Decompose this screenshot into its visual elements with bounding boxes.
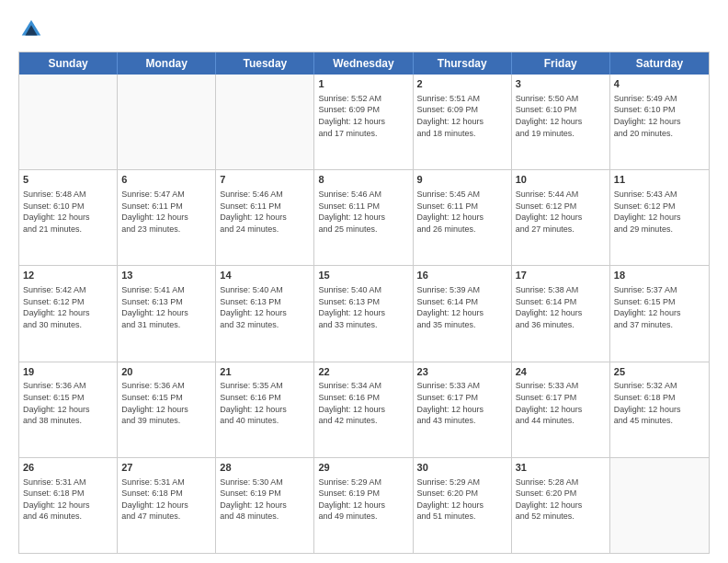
day-number: 26 <box>23 461 113 475</box>
day-number: 31 <box>516 461 606 475</box>
day-number: 8 <box>318 173 408 187</box>
day-info: Sunrise: 5:52 AM Sunset: 6:09 PM Dayligh… <box>318 93 408 139</box>
calendar-body: 1Sunrise: 5:52 AM Sunset: 6:09 PM Daylig… <box>19 75 709 553</box>
day-number: 1 <box>318 77 408 91</box>
week-row-3: 12Sunrise: 5:42 AM Sunset: 6:12 PM Dayli… <box>19 265 709 361</box>
day-number: 27 <box>121 461 211 475</box>
day-number: 19 <box>23 365 113 379</box>
day-header-thursday: Thursday <box>414 52 512 75</box>
day-number: 7 <box>220 173 310 187</box>
day-info: Sunrise: 5:36 AM Sunset: 6:15 PM Dayligh… <box>121 380 211 426</box>
day-cell-11: 11Sunrise: 5:43 AM Sunset: 6:12 PM Dayli… <box>610 170 709 265</box>
week-row-1: 1Sunrise: 5:52 AM Sunset: 6:09 PM Daylig… <box>19 75 709 169</box>
day-number: 25 <box>614 365 705 379</box>
logo <box>18 17 48 42</box>
page: SundayMondayTuesdayWednesdayThursdayFrid… <box>0 0 728 563</box>
day-cell-3: 3Sunrise: 5:50 AM Sunset: 6:10 PM Daylig… <box>512 75 610 169</box>
day-info: Sunrise: 5:40 AM Sunset: 6:13 PM Dayligh… <box>220 284 310 330</box>
day-header-tuesday: Tuesday <box>216 52 314 75</box>
day-number: 22 <box>318 365 408 379</box>
day-header-wednesday: Wednesday <box>314 52 413 75</box>
day-info: Sunrise: 5:37 AM Sunset: 6:15 PM Dayligh… <box>614 284 705 330</box>
day-info: Sunrise: 5:44 AM Sunset: 6:12 PM Dayligh… <box>516 189 606 235</box>
day-number: 28 <box>220 461 310 475</box>
day-cell-27: 27Sunrise: 5:31 AM Sunset: 6:18 PM Dayli… <box>118 458 216 553</box>
empty-cell <box>118 75 216 169</box>
day-cell-24: 24Sunrise: 5:33 AM Sunset: 6:17 PM Dayli… <box>512 362 610 457</box>
day-number: 16 <box>417 269 507 282</box>
day-cell-21: 21Sunrise: 5:35 AM Sunset: 6:16 PM Dayli… <box>216 362 314 457</box>
day-info: Sunrise: 5:50 AM Sunset: 6:10 PM Dayligh… <box>516 93 606 139</box>
day-cell-25: 25Sunrise: 5:32 AM Sunset: 6:18 PM Dayli… <box>610 362 709 457</box>
day-header-friday: Friday <box>512 52 610 75</box>
day-info: Sunrise: 5:43 AM Sunset: 6:12 PM Dayligh… <box>614 189 705 235</box>
day-number: 11 <box>614 173 705 187</box>
day-number: 10 <box>516 173 606 187</box>
day-cell-2: 2Sunrise: 5:51 AM Sunset: 6:09 PM Daylig… <box>414 75 512 169</box>
day-cell-17: 17Sunrise: 5:38 AM Sunset: 6:14 PM Dayli… <box>512 266 610 361</box>
day-cell-5: 5Sunrise: 5:48 AM Sunset: 6:10 PM Daylig… <box>19 170 118 265</box>
day-info: Sunrise: 5:46 AM Sunset: 6:11 PM Dayligh… <box>220 189 310 235</box>
day-cell-10: 10Sunrise: 5:44 AM Sunset: 6:12 PM Dayli… <box>512 170 610 265</box>
day-cell-9: 9Sunrise: 5:45 AM Sunset: 6:11 PM Daylig… <box>414 170 512 265</box>
day-cell-31: 31Sunrise: 5:28 AM Sunset: 6:20 PM Dayli… <box>512 458 610 553</box>
day-number: 14 <box>220 269 310 282</box>
day-info: Sunrise: 5:28 AM Sunset: 6:20 PM Dayligh… <box>516 477 606 523</box>
day-header-monday: Monday <box>118 52 216 75</box>
day-cell-16: 16Sunrise: 5:39 AM Sunset: 6:14 PM Dayli… <box>414 266 512 361</box>
day-info: Sunrise: 5:49 AM Sunset: 6:10 PM Dayligh… <box>614 93 705 139</box>
day-number: 6 <box>121 173 211 187</box>
day-info: Sunrise: 5:29 AM Sunset: 6:20 PM Dayligh… <box>417 477 507 523</box>
day-number: 9 <box>417 173 507 187</box>
day-number: 4 <box>614 77 705 91</box>
day-cell-15: 15Sunrise: 5:40 AM Sunset: 6:13 PM Dayli… <box>314 266 413 361</box>
day-info: Sunrise: 5:30 AM Sunset: 6:19 PM Dayligh… <box>220 477 310 523</box>
day-cell-28: 28Sunrise: 5:30 AM Sunset: 6:19 PM Dayli… <box>216 458 314 553</box>
day-info: Sunrise: 5:31 AM Sunset: 6:18 PM Dayligh… <box>121 477 211 523</box>
day-cell-8: 8Sunrise: 5:46 AM Sunset: 6:11 PM Daylig… <box>314 170 413 265</box>
day-info: Sunrise: 5:29 AM Sunset: 6:19 PM Dayligh… <box>318 477 408 523</box>
day-cell-22: 22Sunrise: 5:34 AM Sunset: 6:16 PM Dayli… <box>314 362 413 457</box>
day-info: Sunrise: 5:42 AM Sunset: 6:12 PM Dayligh… <box>23 284 113 330</box>
day-info: Sunrise: 5:47 AM Sunset: 6:11 PM Dayligh… <box>121 189 211 235</box>
day-cell-20: 20Sunrise: 5:36 AM Sunset: 6:15 PM Dayli… <box>118 362 216 457</box>
day-info: Sunrise: 5:33 AM Sunset: 6:17 PM Dayligh… <box>516 380 606 426</box>
day-cell-26: 26Sunrise: 5:31 AM Sunset: 6:18 PM Dayli… <box>19 458 118 553</box>
day-info: Sunrise: 5:39 AM Sunset: 6:14 PM Dayligh… <box>417 284 507 330</box>
day-number: 29 <box>318 461 408 475</box>
week-row-2: 5Sunrise: 5:48 AM Sunset: 6:10 PM Daylig… <box>19 169 709 265</box>
day-number: 3 <box>516 77 606 91</box>
day-cell-29: 29Sunrise: 5:29 AM Sunset: 6:19 PM Dayli… <box>314 458 413 553</box>
day-cell-19: 19Sunrise: 5:36 AM Sunset: 6:15 PM Dayli… <box>19 362 118 457</box>
day-cell-1: 1Sunrise: 5:52 AM Sunset: 6:09 PM Daylig… <box>314 75 413 169</box>
day-cell-12: 12Sunrise: 5:42 AM Sunset: 6:12 PM Dayli… <box>19 266 118 361</box>
empty-cell <box>19 75 118 169</box>
day-cell-30: 30Sunrise: 5:29 AM Sunset: 6:20 PM Dayli… <box>414 458 512 553</box>
day-cell-23: 23Sunrise: 5:33 AM Sunset: 6:17 PM Dayli… <box>414 362 512 457</box>
week-row-5: 26Sunrise: 5:31 AM Sunset: 6:18 PM Dayli… <box>19 457 709 553</box>
calendar: SundayMondayTuesdayWednesdayThursdayFrid… <box>18 52 710 554</box>
day-info: Sunrise: 5:41 AM Sunset: 6:13 PM Dayligh… <box>121 284 211 330</box>
header <box>18 17 710 42</box>
day-cell-14: 14Sunrise: 5:40 AM Sunset: 6:13 PM Dayli… <box>216 266 314 361</box>
day-number: 5 <box>23 173 113 187</box>
day-info: Sunrise: 5:48 AM Sunset: 6:10 PM Dayligh… <box>23 189 113 235</box>
day-info: Sunrise: 5:38 AM Sunset: 6:14 PM Dayligh… <box>516 284 606 330</box>
day-info: Sunrise: 5:33 AM Sunset: 6:17 PM Dayligh… <box>417 380 507 426</box>
day-number: 2 <box>417 77 507 91</box>
day-cell-4: 4Sunrise: 5:49 AM Sunset: 6:10 PM Daylig… <box>610 75 709 169</box>
day-cell-7: 7Sunrise: 5:46 AM Sunset: 6:11 PM Daylig… <box>216 170 314 265</box>
calendar-header: SundayMondayTuesdayWednesdayThursdayFrid… <box>19 52 709 75</box>
day-cell-6: 6Sunrise: 5:47 AM Sunset: 6:11 PM Daylig… <box>118 170 216 265</box>
logo-icon <box>18 17 44 42</box>
day-number: 18 <box>614 269 705 282</box>
day-number: 13 <box>121 269 211 282</box>
day-number: 30 <box>417 461 507 475</box>
day-info: Sunrise: 5:36 AM Sunset: 6:15 PM Dayligh… <box>23 380 113 426</box>
day-info: Sunrise: 5:31 AM Sunset: 6:18 PM Dayligh… <box>23 477 113 523</box>
empty-cell <box>216 75 314 169</box>
day-info: Sunrise: 5:45 AM Sunset: 6:11 PM Dayligh… <box>417 189 507 235</box>
day-number: 23 <box>417 365 507 379</box>
day-cell-13: 13Sunrise: 5:41 AM Sunset: 6:13 PM Dayli… <box>118 266 216 361</box>
day-info: Sunrise: 5:46 AM Sunset: 6:11 PM Dayligh… <box>318 189 408 235</box>
